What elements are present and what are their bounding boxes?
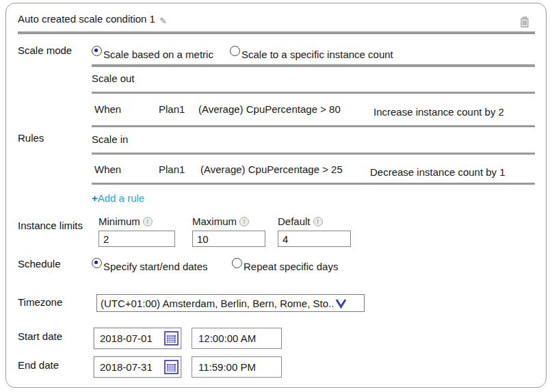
calendar-icon[interactable]: [164, 331, 179, 345]
scale-condition-panel: Auto created scale condition 1 ✎ Scale m…: [5, 3, 547, 388]
start-date-label: Start date: [18, 330, 62, 342]
rule-when: When: [94, 164, 121, 175]
start-date-value: 2018-07-01: [100, 332, 164, 344]
radio-label[interactable]: Specify start/end dates: [103, 261, 208, 272]
end-time-input[interactable]: 11:59:00 PM: [192, 356, 282, 378]
divider: [92, 92, 535, 94]
panel-header: Auto created scale condition 1 ✎: [18, 13, 167, 26]
scale-mode-option-instance-count[interactable]: Scale to a specific instance count: [230, 46, 393, 60]
info-icon[interactable]: !: [239, 217, 249, 226]
rule-condition: (Average) CpuPercentage > 80: [198, 103, 341, 115]
timezone-value: (UTC+01:00) Amsterdam, Berlin, Bern, Rom…: [101, 298, 334, 309]
delete-condition-icon[interactable]: [520, 16, 529, 31]
radio-unselected-icon[interactable]: [232, 258, 242, 268]
radio-label[interactable]: Scale based on a metric: [103, 49, 213, 60]
rule-condition: (Average) CpuPercentage > 25: [200, 164, 343, 175]
start-date-input[interactable]: 2018-07-01: [94, 328, 181, 349]
minimum-field-label: Minimum!: [98, 215, 153, 228]
rule-action: Increase instance count by 2: [373, 106, 504, 118]
scale-mode-option-metric[interactable]: Scale based on a metric: [92, 46, 213, 60]
radio-selected-icon[interactable]: [92, 258, 102, 268]
start-time-value: 12:00:00 AM: [198, 332, 256, 344]
radio-selected-icon[interactable]: [92, 46, 102, 56]
maximum-input[interactable]: [192, 231, 265, 247]
default-field-label: Default!: [278, 215, 323, 228]
divider: [92, 183, 535, 185]
calendar-icon[interactable]: [164, 360, 179, 374]
divider: [92, 153, 535, 155]
timezone-select[interactable]: (UTC+01:00) Amsterdam, Berlin, Bern, Rom…: [96, 294, 365, 312]
rule-resource: Plan1: [159, 164, 185, 175]
instance-limits-label: Instance limits: [18, 220, 83, 231]
radio-label[interactable]: Scale to a specific instance count: [241, 49, 393, 60]
timezone-label: Timezone: [18, 296, 62, 308]
plus-icon: +: [92, 192, 98, 204]
start-time-input[interactable]: 12:00:00 AM: [192, 328, 282, 349]
info-icon[interactable]: !: [313, 217, 323, 226]
schedule-option-start-end[interactable]: Specify start/end dates: [92, 258, 208, 272]
divider: [18, 31, 535, 34]
scale-out-header: Scale out: [92, 73, 135, 84]
schedule-option-repeat-days[interactable]: Repeat specific days: [232, 258, 338, 272]
condition-title: Auto created scale condition 1: [18, 13, 155, 26]
radio-label[interactable]: Repeat specific days: [244, 261, 338, 272]
rule-when: When: [94, 103, 121, 115]
default-input[interactable]: [278, 231, 351, 247]
end-time-value: 11:59:00 PM: [198, 361, 256, 373]
schedule-label: Schedule: [18, 258, 61, 270]
rule-resource: Plan1: [159, 103, 185, 115]
end-date-value: 2018-07-31: [100, 361, 164, 373]
minimum-input[interactable]: [98, 231, 175, 247]
info-icon[interactable]: !: [143, 217, 153, 226]
end-date-label: End date: [18, 359, 59, 371]
chevron-down-icon: [335, 298, 347, 309]
scale-mode-label: Scale mode: [18, 44, 72, 56]
rule-action: Decrease instance count by 1: [370, 166, 505, 178]
divider: [92, 64, 535, 67]
add-rule-link[interactable]: +Add a rule: [92, 192, 144, 204]
maximum-field-label: Maximum!: [192, 215, 249, 228]
edit-title-icon[interactable]: ✎: [159, 16, 167, 26]
radio-unselected-icon[interactable]: [230, 46, 240, 56]
scale-in-header: Scale in: [92, 133, 128, 145]
rules-label: Rules: [18, 132, 44, 144]
end-date-input[interactable]: 2018-07-31: [94, 356, 181, 378]
divider: [92, 125, 535, 127]
